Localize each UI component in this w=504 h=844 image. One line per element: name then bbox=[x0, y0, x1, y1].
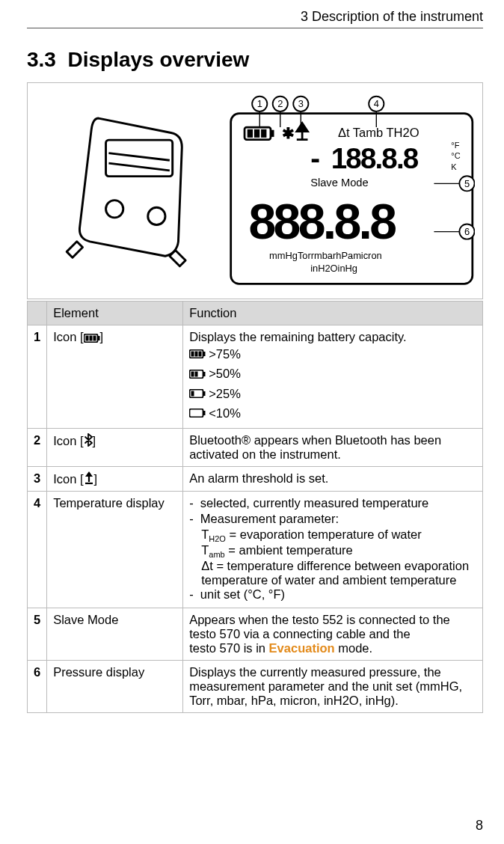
battery-25-icon bbox=[189, 409, 206, 418]
svg-text:Δt Tamb TH2O: Δt Tamb TH2O bbox=[337, 126, 419, 140]
svg-rect-56 bbox=[195, 371, 198, 376]
svg-rect-59 bbox=[191, 391, 194, 396]
section-title: 3.3 Displays overview bbox=[27, 48, 483, 72]
section-heading: Displays overview bbox=[68, 48, 250, 71]
table-row: 3 Icon [] An alarm threshold is set. bbox=[28, 466, 483, 491]
function-cell: Bluetooth® appears when Bluetooth has be… bbox=[183, 428, 483, 466]
evacuation-mode-label: Evacuation bbox=[269, 641, 335, 655]
function-cell: - selected, currently measured temperatu… bbox=[183, 491, 483, 608]
svg-rect-28 bbox=[261, 129, 266, 138]
svg-rect-51 bbox=[195, 352, 198, 357]
svg-text:Slave Mode: Slave Mode bbox=[310, 177, 368, 189]
function-cell: Appears when the testo 552 is connected … bbox=[183, 608, 483, 661]
manual-page: 3 Description of the instrument 3.3 Disp… bbox=[0, 0, 504, 844]
page-number: 8 bbox=[476, 818, 483, 834]
device-outline-svg bbox=[48, 97, 207, 285]
element-cell: Temperature display bbox=[47, 491, 183, 608]
svg-rect-50 bbox=[191, 352, 194, 357]
svg-marker-31 bbox=[296, 123, 307, 132]
svg-text:1: 1 bbox=[256, 99, 262, 110]
table-row: 6 Pressure display Displays the currentl… bbox=[28, 661, 483, 713]
battery-full-icon bbox=[189, 349, 206, 358]
lcd-svg: 1 2 3 4 5 6 bbox=[228, 94, 475, 287]
svg-text:2: 2 bbox=[277, 99, 283, 110]
figure-device-drawing bbox=[28, 83, 228, 299]
row-number: 2 bbox=[28, 428, 47, 466]
col-header-element: Element bbox=[47, 302, 183, 325]
bluetooth-icon bbox=[84, 433, 93, 447]
row-number: 4 bbox=[28, 491, 47, 608]
function-cell: Displays the remaining battery capacity.… bbox=[183, 325, 483, 429]
svg-rect-25 bbox=[270, 130, 274, 137]
svg-rect-61 bbox=[203, 411, 206, 415]
battery-75-icon bbox=[189, 370, 206, 379]
figure-lcd-drawing: 1 2 3 4 5 6 bbox=[228, 83, 482, 299]
svg-text:K: K bbox=[451, 162, 457, 171]
element-cell: Icon [] bbox=[47, 325, 183, 429]
svg-text:inH2OinHg: inH2OinHg bbox=[310, 263, 357, 274]
function-cell: Displays the currently measured pressure… bbox=[183, 661, 483, 713]
svg-text:4: 4 bbox=[373, 99, 378, 110]
svg-text:-: - bbox=[310, 143, 319, 175]
element-cell: Slave Mode bbox=[47, 608, 183, 661]
element-cell: Icon [] bbox=[47, 466, 183, 491]
section-number: 3.3 bbox=[27, 48, 56, 71]
table-row: 1 Icon [] Displays the remaining battery… bbox=[28, 325, 483, 429]
svg-text:6: 6 bbox=[464, 227, 469, 238]
row-number: 3 bbox=[28, 466, 47, 491]
row-number: 1 bbox=[28, 325, 47, 429]
element-cell: Pressure display bbox=[47, 661, 183, 713]
svg-rect-49 bbox=[203, 352, 206, 356]
row-number: 6 bbox=[28, 661, 47, 713]
svg-rect-27 bbox=[253, 129, 259, 138]
table-row: 4 Temperature display - selected, curren… bbox=[28, 491, 483, 608]
svg-text:888.8.8: 888.8.8 bbox=[248, 194, 396, 249]
svg-rect-58 bbox=[203, 391, 206, 396]
svg-text:5: 5 bbox=[464, 178, 469, 189]
svg-point-3 bbox=[106, 201, 123, 218]
svg-rect-47 bbox=[93, 336, 96, 341]
svg-line-1 bbox=[109, 153, 170, 161]
svg-rect-52 bbox=[199, 352, 202, 357]
svg-line-2 bbox=[109, 163, 170, 171]
battery-50-icon bbox=[189, 389, 206, 398]
svg-text:°C: °C bbox=[451, 152, 460, 161]
svg-rect-0 bbox=[106, 140, 173, 176]
figure-box: 1 2 3 4 5 6 bbox=[27, 82, 483, 299]
function-cell: An alarm threshold is set. bbox=[183, 466, 483, 491]
col-header-blank bbox=[28, 302, 47, 325]
table-row: 5 Slave Mode Appears when the testo 552 … bbox=[28, 608, 483, 661]
svg-rect-60 bbox=[190, 409, 203, 418]
alarm-icon bbox=[84, 471, 94, 485]
svg-text:188.8.8: 188.8.8 bbox=[331, 143, 418, 175]
chapter-header: 3 Description of the instrument bbox=[27, 9, 483, 28]
svg-rect-46 bbox=[89, 336, 92, 341]
svg-rect-45 bbox=[85, 336, 88, 341]
svg-marker-63 bbox=[85, 471, 93, 477]
table-row: 2 Icon [] Bluetooth® appears when Blueto… bbox=[28, 428, 483, 466]
svg-point-4 bbox=[148, 207, 165, 224]
row-number: 5 bbox=[28, 608, 47, 661]
svg-text:✱: ✱ bbox=[281, 125, 294, 141]
battery-full-icon bbox=[84, 334, 100, 343]
svg-text:3: 3 bbox=[298, 99, 303, 110]
description-table: Element Function 1 Icon [] Displays the … bbox=[27, 301, 483, 713]
element-cell: Icon [] bbox=[47, 428, 183, 466]
svg-text:°F: °F bbox=[451, 141, 459, 150]
svg-rect-55 bbox=[191, 371, 194, 376]
col-header-function: Function bbox=[183, 302, 483, 325]
svg-rect-26 bbox=[247, 129, 252, 138]
svg-rect-54 bbox=[203, 372, 206, 376]
svg-text:mmHgTorrmbarhPamicron: mmHgTorrmbarhPamicron bbox=[269, 251, 382, 262]
